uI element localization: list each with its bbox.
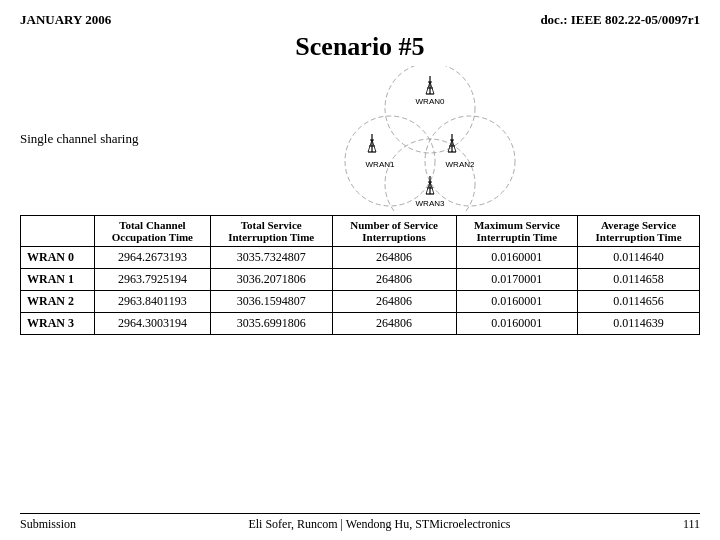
svg-text:WRAN1: WRAN1 <box>366 160 395 169</box>
col-header-empty <box>21 216 95 247</box>
single-channel-label: Single channel sharing <box>20 131 160 147</box>
col-header-number-service: Number of ServiceInterruptions <box>332 216 456 247</box>
footer-center: Eli Sofer, Runcom | Wendong Hu, STMicroe… <box>76 517 683 532</box>
row-col3: 264806 <box>332 313 456 335</box>
row-col4: 0.0160001 <box>456 291 578 313</box>
col-header-total-service: Total ServiceInterruption Time <box>210 216 332 247</box>
table-row: WRAN 2 2963.8401193 3036.1594807 264806 … <box>21 291 700 313</box>
row-col5: 0.0114656 <box>578 291 700 313</box>
row-label: WRAN 0 <box>21 247 95 269</box>
svg-text:WRAN3: WRAN3 <box>416 199 445 208</box>
col-header-total-channel: Total ChannelOccupation Time <box>95 216 211 247</box>
row-col3: 264806 <box>332 269 456 291</box>
footer-left: Submission <box>20 517 76 532</box>
row-col2: 3035.7324807 <box>210 247 332 269</box>
row-col4: 0.0160001 <box>456 247 578 269</box>
row-col1: 2963.8401193 <box>95 291 211 313</box>
page: JANUARY 2006 doc.: IEEE 802.22-05/0097r1… <box>0 0 720 540</box>
content-area: Single channel sharing <box>20 66 700 507</box>
row-col4: 0.0170001 <box>456 269 578 291</box>
row-col2: 3036.2071806 <box>210 269 332 291</box>
row-col5: 0.0114639 <box>578 313 700 335</box>
page-title: Scenario #5 <box>20 32 700 62</box>
row-col1: 2963.7925194 <box>95 269 211 291</box>
table-row: WRAN 3 2964.3003194 3035.6991806 264806 … <box>21 313 700 335</box>
row-col5: 0.0114658 <box>578 269 700 291</box>
header-right: doc.: IEEE 802.22-05/0097r1 <box>540 12 700 28</box>
col-header-max-service: Maximum ServiceInterruptin Time <box>456 216 578 247</box>
svg-text:WRAN0: WRAN0 <box>416 97 445 106</box>
table-header-row: Total ChannelOccupation Time Total Servi… <box>21 216 700 247</box>
row-col3: 264806 <box>332 247 456 269</box>
table-row: WRAN 0 2964.2673193 3035.7324807 264806 … <box>21 247 700 269</box>
row-label: WRAN 2 <box>21 291 95 313</box>
table-row: WRAN 1 2963.7925194 3036.2071806 264806 … <box>21 269 700 291</box>
diagram-container: WRAN0 WRAN1 <box>160 66 700 211</box>
row-label: WRAN 1 <box>21 269 95 291</box>
row-col1: 2964.2673193 <box>95 247 211 269</box>
header: JANUARY 2006 doc.: IEEE 802.22-05/0097r1 <box>20 12 700 28</box>
row-col2: 3036.1594807 <box>210 291 332 313</box>
row-col3: 264806 <box>332 291 456 313</box>
footer-right: 111 <box>683 517 700 532</box>
footer: Submission Eli Sofer, Runcom | Wendong H… <box>20 513 700 532</box>
data-table: Total ChannelOccupation Time Total Servi… <box>20 215 700 335</box>
diagram-section: Single channel sharing <box>20 66 700 211</box>
header-left: JANUARY 2006 <box>20 12 111 28</box>
row-col5: 0.0114640 <box>578 247 700 269</box>
venn-diagram: WRAN0 WRAN1 <box>280 66 580 211</box>
col-header-avg-service: Average ServiceInterruption Time <box>578 216 700 247</box>
row-col4: 0.0160001 <box>456 313 578 335</box>
row-label: WRAN 3 <box>21 313 95 335</box>
svg-text:WRAN2: WRAN2 <box>446 160 475 169</box>
row-col1: 2964.3003194 <box>95 313 211 335</box>
row-col2: 3035.6991806 <box>210 313 332 335</box>
